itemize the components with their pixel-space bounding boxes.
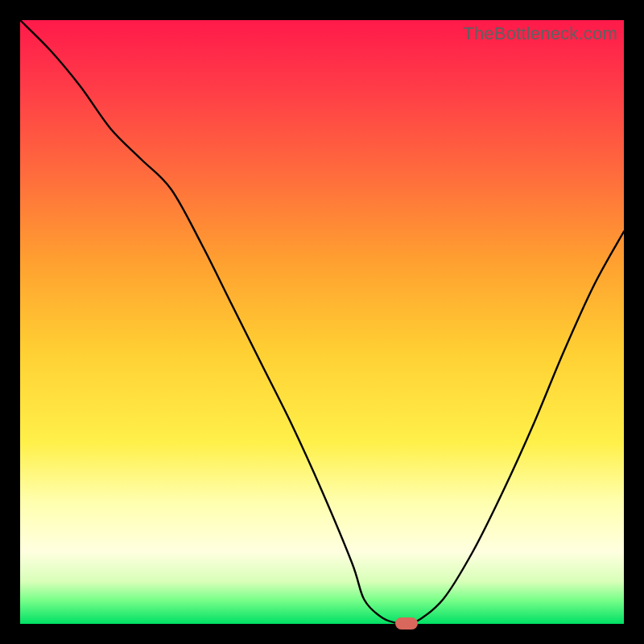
bottleneck-curve: [20, 20, 624, 626]
curve-svg: [20, 20, 624, 624]
plot-area: TheBottleneck.com: [20, 20, 624, 624]
optimum-marker: [395, 617, 418, 630]
chart-frame: TheBottleneck.com: [0, 0, 644, 644]
